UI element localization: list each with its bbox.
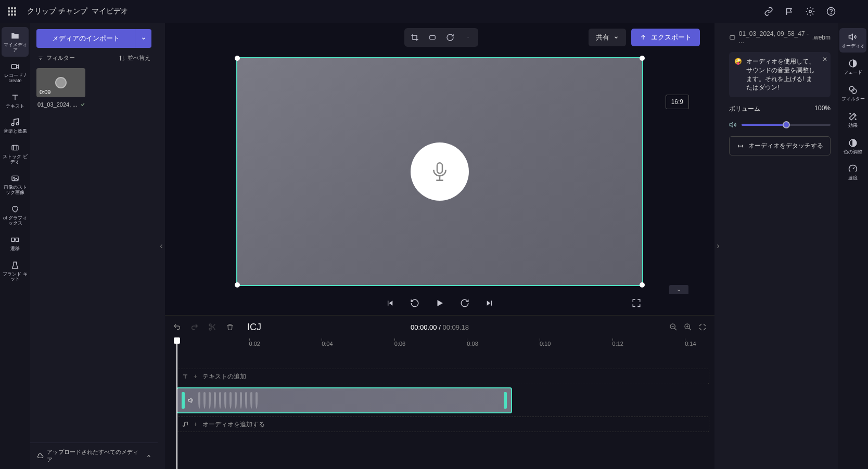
resize-handle-tl[interactable] <box>235 56 240 61</box>
timeline-clip[interactable] <box>176 387 512 413</box>
clip-handle-right[interactable] <box>504 392 507 409</box>
rnav-fade[interactable]: フェード <box>839 55 866 79</box>
add-text-track[interactable]: +テキストの追加 <box>176 369 709 384</box>
import-media-button[interactable]: メディアのインポート <box>36 29 135 48</box>
heart-icon <box>10 204 20 214</box>
collapse-right-button[interactable]: › <box>714 23 722 469</box>
preview-canvas[interactable]: 16:9 <box>236 57 643 286</box>
thumbnail-duration: 0:09 <box>40 89 50 95</box>
nav-transitions[interactable]: 遷移 <box>2 231 29 255</box>
time-display: 00:00.00 / 00:09.18 <box>411 323 469 331</box>
speaker-icon[interactable] <box>729 121 737 129</box>
playhead[interactable] <box>176 338 177 469</box>
crop-icon[interactable] <box>406 30 423 45</box>
timeline-ruler[interactable]: 0:02 0:04 0:06 0:08 0:10 0:12 0:14 <box>176 338 714 350</box>
redo-icon[interactable] <box>190 322 199 332</box>
delete-icon[interactable] <box>225 322 235 332</box>
undo-icon[interactable] <box>172 322 182 332</box>
top-bar: クリップ チャンプ マイビデオ <box>0 0 868 23</box>
skip-start-icon[interactable] <box>385 298 395 308</box>
svg-rect-6 <box>12 146 18 150</box>
close-tip-button[interactable]: ✕ <box>822 55 827 64</box>
nav-music[interactable]: 音楽と效果 <box>2 113 29 138</box>
aspect-ratio-button[interactable]: 16:9 <box>666 95 689 109</box>
play-icon[interactable] <box>435 298 445 308</box>
volume-label: ボリューム <box>729 105 760 113</box>
skip-end-icon[interactable] <box>484 298 495 308</box>
chevron-up-icon <box>146 453 151 459</box>
nav-stock-image[interactable]: 画像のストック画像 <box>2 170 29 199</box>
nav-my-media[interactable]: マイメディア <box>2 27 29 57</box>
app-grid-icon[interactable] <box>6 6 18 17</box>
svg-rect-9 <box>11 238 14 241</box>
rnav-effects[interactable]: 効果 <box>839 108 866 132</box>
resize-handle-bl[interactable] <box>235 282 240 288</box>
expand-timeline-button[interactable]: ⌄ <box>669 285 688 294</box>
volume-value: 100% <box>814 105 831 113</box>
svg-point-8 <box>14 177 15 178</box>
help-icon[interactable] <box>825 6 837 17</box>
speaker-icon <box>848 32 858 42</box>
fit-timeline-icon[interactable] <box>698 322 707 332</box>
svg-rect-3 <box>11 64 16 69</box>
rnav-color[interactable]: 色の調整 <box>839 134 866 159</box>
collapse-left-button[interactable]: ‹ <box>158 23 165 469</box>
zoom-in-icon[interactable] <box>683 322 693 332</box>
detach-audio-button[interactable]: オーディオをデタッチする <box>729 136 831 155</box>
rnav-speed[interactable]: 速度 <box>839 160 866 185</box>
link-icon[interactable] <box>763 6 774 17</box>
video-track <box>176 387 709 413</box>
import-dropdown-button[interactable] <box>135 29 151 48</box>
more-icon[interactable] <box>459 30 476 45</box>
rnav-audio[interactable]: オーディオ <box>839 28 866 53</box>
transitions-icon <box>10 234 20 245</box>
settings-icon[interactable] <box>805 6 816 17</box>
nav-stock-video[interactable]: ストック ビデオ <box>2 139 29 168</box>
volume-slider[interactable] <box>742 124 831 126</box>
svg-rect-15 <box>437 163 442 173</box>
text-icon <box>10 92 20 102</box>
uploaded-media-toggle[interactable]: アップロードされたすべてのメディア <box>30 442 158 469</box>
nav-brand-kit[interactable]: ブランド キット <box>2 256 29 286</box>
film-icon <box>729 34 736 41</box>
cut-icon[interactable] <box>208 322 217 332</box>
add-audio-track[interactable]: +オーディオを追加する <box>176 416 709 432</box>
right-nav: オーディオ フェード フィルター 効果 色の調整 速度 <box>838 23 868 469</box>
share-button[interactable]: 共有 <box>589 29 626 46</box>
gauge-icon <box>848 164 858 174</box>
svg-point-12 <box>467 37 468 38</box>
zoom-out-icon[interactable] <box>669 322 678 332</box>
film-icon <box>10 142 20 153</box>
svg-point-5 <box>16 123 19 125</box>
flag-icon[interactable] <box>784 6 795 17</box>
svg-rect-11 <box>430 36 436 40</box>
fit-icon[interactable] <box>424 30 441 45</box>
clip-handle-left[interactable] <box>182 392 185 409</box>
selected-file-label: 01_03_2024, 09_58_47 - ....webm <box>729 30 831 45</box>
rnav-filter[interactable]: フィルター <box>839 81 866 106</box>
svg-rect-7 <box>12 176 18 180</box>
preview-toolbar <box>404 28 478 47</box>
emoji-icon: 🤪 <box>734 57 742 92</box>
resize-handle-tr[interactable] <box>640 56 645 61</box>
rewind-icon[interactable] <box>410 298 420 308</box>
fade-icon <box>848 58 858 69</box>
svg-point-2 <box>831 13 832 14</box>
media-thumbnail[interactable]: 0:09 <box>36 68 85 97</box>
fullscreen-icon[interactable] <box>631 298 642 308</box>
nav-text[interactable]: テキスト <box>2 88 29 113</box>
svg-point-13 <box>468 37 468 38</box>
sort-button[interactable]: 並べ替え <box>119 54 150 62</box>
brand-icon <box>10 260 20 270</box>
resize-handle-br[interactable] <box>640 282 645 288</box>
media-panel: メディアのインポート フィルター 並べ替え 0:09 01_03_2024, .… <box>30 23 158 469</box>
forward-icon[interactable] <box>459 298 470 308</box>
playback-controls: ⌄ <box>165 291 714 315</box>
nav-graphics[interactable]: of グラフィックス <box>2 200 29 230</box>
rotate-icon[interactable] <box>442 30 458 45</box>
export-button[interactable]: エクスポート <box>631 29 700 46</box>
nav-record[interactable]: レコード / create <box>2 58 29 87</box>
filter-button[interactable]: フィルター <box>37 54 75 62</box>
timeline-title: ICJ <box>247 322 261 333</box>
contrast-icon <box>848 138 858 148</box>
